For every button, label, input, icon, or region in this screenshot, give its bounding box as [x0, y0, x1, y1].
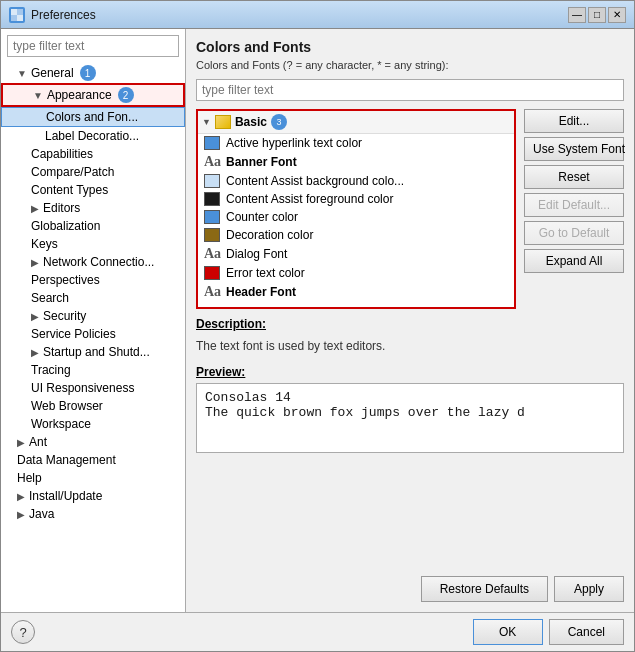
- sidebar-label-capabilities: Capabilities: [31, 147, 93, 161]
- sidebar-item-label-colors-fonts: Colors and Fon...: [46, 110, 138, 124]
- expand-arrow-install: ▶: [17, 491, 25, 502]
- preview-line2: The quick brown fox jumps over the lazy …: [205, 405, 615, 420]
- expand-arrow-basic: ▼: [202, 117, 211, 127]
- font-icon-header: Aa: [204, 284, 220, 300]
- description-label: Description:: [196, 317, 624, 331]
- sidebar-item-tracing[interactable]: Tracing: [1, 361, 185, 379]
- color-item-header-font[interactable]: Aa Header Font: [198, 282, 514, 302]
- restore-defaults-button[interactable]: Restore Defaults: [421, 576, 548, 602]
- sidebar-item-service-policies[interactable]: Service Policies: [1, 325, 185, 343]
- swatch-active-hyperlink: [204, 136, 220, 150]
- section-label-basic: Basic: [235, 115, 267, 129]
- swatch-content-assist-fg: [204, 192, 220, 206]
- bottom-right-buttons: OK Cancel: [473, 619, 624, 645]
- close-button[interactable]: ✕: [608, 7, 626, 23]
- font-icon-dialog: Aa: [204, 246, 220, 262]
- sidebar-label-search: Search: [31, 291, 69, 305]
- sidebar-item-startup[interactable]: ▶ Startup and Shutd...: [1, 343, 185, 361]
- edit-button[interactable]: Edit...: [524, 109, 624, 133]
- color-item-active-hyperlink[interactable]: Active hyperlink text color: [198, 134, 514, 152]
- ok-button[interactable]: OK: [473, 619, 543, 645]
- label-content-assist-bg: Content Assist background colo...: [226, 174, 404, 188]
- expand-arrow-editors: ▶: [31, 203, 39, 214]
- color-item-decoration-color[interactable]: Decoration color: [198, 226, 514, 244]
- go-to-default-button[interactable]: Go to Default: [524, 221, 624, 245]
- preview-section: Preview: Consolas 14 The quick brown fox…: [196, 365, 624, 570]
- sidebar-label-ui-responsiveness: UI Responsiveness: [31, 381, 134, 395]
- color-item-content-assist-bg[interactable]: Content Assist background colo...: [198, 172, 514, 190]
- svg-rect-2: [11, 15, 17, 21]
- sidebar-item-content-types[interactable]: Content Types: [1, 181, 185, 199]
- sidebar-label-install-update: Install/Update: [29, 489, 102, 503]
- horizontal-scrollbar[interactable]: [198, 307, 514, 309]
- color-item-banner-font[interactable]: Aa Banner Font: [198, 152, 514, 172]
- use-system-font-button[interactable]: Use System Font: [524, 137, 624, 161]
- expand-arrow-general: ▼: [17, 68, 27, 79]
- color-item-dialog-font[interactable]: Aa Dialog Font: [198, 244, 514, 264]
- title-bar: Preferences — □ ✕: [1, 1, 634, 29]
- expand-arrow-java: ▶: [17, 509, 25, 520]
- preview-line1: Consolas 14: [205, 390, 615, 405]
- sidebar-label-label-decorations: Label Decoratio...: [45, 129, 139, 143]
- sidebar-label-data-management: Data Management: [17, 453, 116, 467]
- sidebar-item-keys[interactable]: Keys: [1, 235, 185, 253]
- label-counter-color: Counter color: [226, 210, 298, 224]
- reset-button[interactable]: Reset: [524, 165, 624, 189]
- title-bar-left: Preferences: [9, 7, 96, 23]
- swatch-counter-color: [204, 210, 220, 224]
- sidebar-item-web-browser[interactable]: Web Browser: [1, 397, 185, 415]
- sidebar-item-install-update[interactable]: ▶ Install/Update: [1, 487, 185, 505]
- badge-general: 1: [80, 65, 96, 81]
- sidebar-item-colors-fonts[interactable]: Colors and Fon...: [1, 107, 185, 127]
- sidebar-label-editors: Editors: [43, 201, 80, 215]
- apply-button[interactable]: Apply: [554, 576, 624, 602]
- sidebar-filter-input[interactable]: [7, 35, 179, 57]
- sidebar-item-help[interactable]: Help: [1, 469, 185, 487]
- sidebar-item-editors[interactable]: ▶ Editors: [1, 199, 185, 217]
- minimize-button[interactable]: —: [568, 7, 586, 23]
- sidebar-label-startup: Startup and Shutd...: [43, 345, 150, 359]
- preferences-window: Preferences — □ ✕ ▼ General 1 ▼ Appea: [0, 0, 635, 652]
- expand-all-button[interactable]: Expand All: [524, 249, 624, 273]
- right-panel: Colors and Fonts Colors and Fonts (? = a…: [186, 29, 634, 612]
- sidebar-item-security[interactable]: ▶ Security: [1, 307, 185, 325]
- cancel-button[interactable]: Cancel: [549, 619, 624, 645]
- swatch-error-text: [204, 266, 220, 280]
- color-item-content-assist-fg[interactable]: Content Assist foreground color: [198, 190, 514, 208]
- panel-subtitle: Colors and Fonts (? = any character, * =…: [196, 59, 624, 71]
- sidebar-item-workspace[interactable]: Workspace: [1, 415, 185, 433]
- swatch-content-assist-bg: [204, 174, 220, 188]
- color-item-counter-color[interactable]: Counter color: [198, 208, 514, 226]
- expand-arrow-ant: ▶: [17, 437, 25, 448]
- main-content: ▼ General 1 ▼ Appearance 2 Colors and Fo…: [1, 29, 634, 612]
- expand-arrow-security: ▶: [31, 311, 39, 322]
- colors-list[interactable]: ▼ Basic 3 Active hyperlink text color: [198, 111, 514, 307]
- help-button[interactable]: ?: [11, 620, 35, 644]
- label-banner-font: Banner Font: [226, 155, 297, 169]
- sidebar: ▼ General 1 ▼ Appearance 2 Colors and Fo…: [1, 29, 186, 612]
- sidebar-item-capabilities[interactable]: Capabilities: [1, 145, 185, 163]
- sidebar-label-service-policies: Service Policies: [31, 327, 116, 341]
- sidebar-item-ant[interactable]: ▶ Ant: [1, 433, 185, 451]
- sidebar-item-label-decorations[interactable]: Label Decoratio...: [1, 127, 185, 145]
- color-item-error-text[interactable]: Error text color: [198, 264, 514, 282]
- sidebar-item-perspectives[interactable]: Perspectives: [1, 271, 185, 289]
- sidebar-item-appearance[interactable]: ▼ Appearance 2: [1, 83, 185, 107]
- bottom-bar: ? OK Cancel: [1, 612, 634, 651]
- edit-default-button[interactable]: Edit Default...: [524, 193, 624, 217]
- sidebar-item-search[interactable]: Search: [1, 289, 185, 307]
- sidebar-label-compare-patch: Compare/Patch: [31, 165, 114, 179]
- sidebar-item-compare-patch[interactable]: Compare/Patch: [1, 163, 185, 181]
- svg-rect-1: [17, 15, 23, 21]
- maximize-button[interactable]: □: [588, 7, 606, 23]
- preview-box: Consolas 14 The quick brown fox jumps ov…: [196, 383, 624, 453]
- sidebar-item-network-connections[interactable]: ▶ Network Connectio...: [1, 253, 185, 271]
- svg-rect-3: [17, 9, 23, 15]
- sidebar-item-java[interactable]: ▶ Java: [1, 505, 185, 523]
- color-filter-input[interactable]: [196, 79, 624, 101]
- sidebar-label-tracing: Tracing: [31, 363, 71, 377]
- sidebar-item-general[interactable]: ▼ General 1: [1, 63, 185, 83]
- sidebar-item-globalization[interactable]: Globalization: [1, 217, 185, 235]
- sidebar-item-ui-responsiveness[interactable]: UI Responsiveness: [1, 379, 185, 397]
- sidebar-item-data-management[interactable]: Data Management: [1, 451, 185, 469]
